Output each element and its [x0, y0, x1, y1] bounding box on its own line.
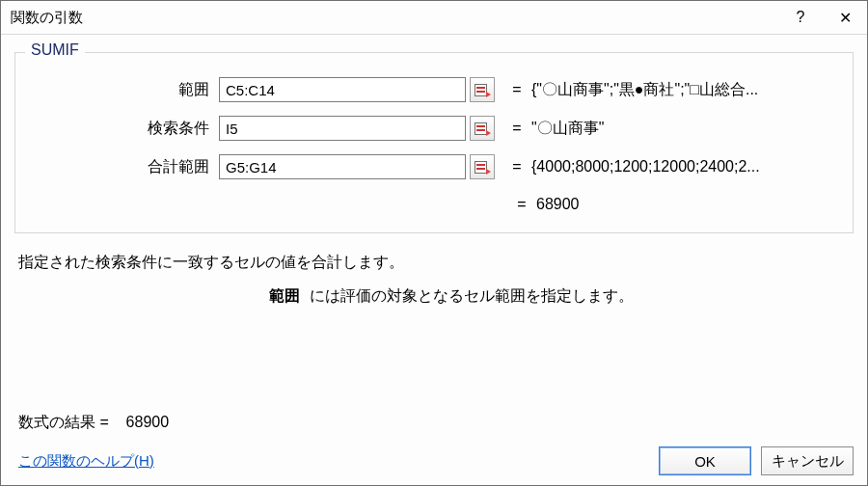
equals-sign: = — [495, 158, 531, 176]
window-title: 関数の引数 — [1, 9, 778, 27]
close-icon: ✕ — [839, 9, 852, 27]
dialog-footer: この関数のヘルプ(H) OK キャンセル — [1, 443, 867, 485]
arg-input-sumrange[interactable] — [219, 154, 466, 179]
arg-preview: "〇山商事" — [531, 119, 837, 139]
arg-preview: {4000;8000;1200;12000;2400;2... — [531, 158, 837, 176]
arg-preview: {"〇山商事";"黒●商社";"□山総合... — [531, 80, 837, 100]
cancel-button[interactable]: キャンセル — [761, 446, 854, 475]
arg-input-range[interactable] — [219, 77, 466, 102]
argument-description: 範囲 には評価の対象となるセル範囲を指定します。 — [18, 286, 850, 307]
ok-button-label: OK — [694, 453, 716, 470]
arg-label: 検索条件 — [31, 119, 219, 139]
ok-button[interactable]: OK — [659, 446, 751, 475]
equals-sign: = — [495, 81, 531, 98]
formula-result: 数式の結果 = 68900 — [14, 413, 854, 433]
evaluated-result-row: = 68900 — [31, 190, 837, 219]
help-button[interactable]: ? — [778, 1, 823, 34]
equals-sign: = — [495, 120, 531, 137]
function-description: 指定された検索条件に一致するセルの値を合計します。 — [18, 253, 850, 273]
arg-row-sumrange: 合計範囲 = {4000;8000;1200;12000;2400;2... — [31, 148, 837, 186]
ref-edit-button[interactable] — [470, 154, 495, 179]
arg-input-criteria[interactable] — [219, 116, 466, 141]
titlebar: 関数の引数 ? ✕ — [1, 1, 867, 35]
close-button[interactable]: ✕ — [823, 1, 867, 34]
function-name: SUMIF — [25, 41, 85, 59]
arg-label: 範囲 — [31, 80, 219, 100]
argument-description-text: には評価の対象となるセル範囲を指定します。 — [310, 287, 634, 304]
ref-edit-icon — [475, 83, 490, 96]
help-link[interactable]: この関数のヘルプ(H) — [14, 452, 154, 471]
formula-result-label: 数式の結果 = — [18, 414, 109, 430]
cancel-button-label: キャンセル — [772, 452, 844, 471]
dialog-body: SUMIF 範囲 = {"〇山商事";"黒●商社";"□山総合... 検索条件 … — [1, 35, 867, 443]
equals-sign: = — [507, 196, 536, 213]
ref-edit-button[interactable] — [470, 116, 495, 141]
arg-row-criteria: 検索条件 = "〇山商事" — [31, 109, 837, 148]
ref-edit-icon — [475, 160, 490, 174]
formula-result-value: 68900 — [126, 414, 170, 430]
evaluated-result: 68900 — [536, 196, 837, 213]
function-arguments-dialog: 関数の引数 ? ✕ SUMIF 範囲 = {"〇山商事";"黒●商社";"□山総… — [0, 0, 868, 486]
argument-description-name: 範囲 — [269, 287, 306, 304]
ref-edit-icon — [475, 122, 490, 135]
help-icon: ? — [797, 9, 805, 26]
arg-row-range: 範囲 = {"〇山商事";"黒●商社";"□山総合... — [31, 70, 837, 109]
arg-label: 合計範囲 — [31, 157, 219, 177]
arguments-fieldset: SUMIF 範囲 = {"〇山商事";"黒●商社";"□山総合... 検索条件 … — [14, 52, 854, 233]
ref-edit-button[interactable] — [470, 77, 495, 102]
